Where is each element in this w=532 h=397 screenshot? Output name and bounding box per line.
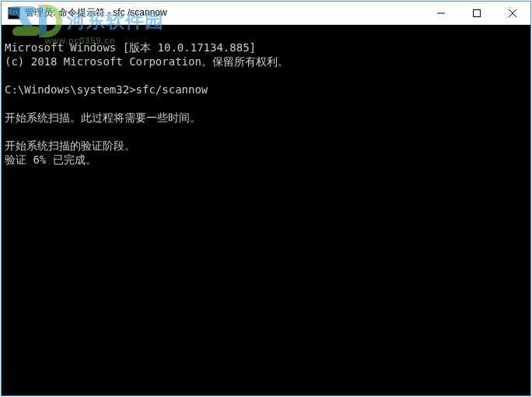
console-line: Microsoft Windows [版本 10.0.17134.885] xyxy=(5,41,256,54)
console-line: (c) 2018 Microsoft Corporation。保留所有权利。 xyxy=(5,55,289,68)
close-button[interactable] xyxy=(495,2,530,24)
console-prompt-line: C:\Windows\system32>sfc/scannow xyxy=(5,83,208,96)
console-output[interactable]: Microsoft Windows [版本 10.0.17134.885] (c… xyxy=(2,25,530,395)
maximize-button[interactable] xyxy=(459,2,495,24)
titlebar[interactable]: 管理员: 命令提示符 - sfc /scannow xyxy=(2,2,530,25)
console-line: 开始系统扫描。此过程将需要一些时间。 xyxy=(5,111,201,124)
console-line: 验证 6% 已完成。 xyxy=(5,153,96,166)
command-prompt-window: 管理员: 命令提示符 - sfc /scannow Microsoft Wind… xyxy=(1,1,531,396)
command-text: sfc/scannow xyxy=(136,83,208,96)
prompt: C:\Windows\system32> xyxy=(5,83,136,96)
svg-rect-1 xyxy=(474,9,481,16)
window-title: 管理员: 命令提示符 - sfc /scannow xyxy=(25,6,423,19)
window-controls xyxy=(423,2,530,24)
cmd-icon xyxy=(8,7,20,19)
minimize-button[interactable] xyxy=(423,2,459,24)
console-line: 开始系统扫描的验证阶段。 xyxy=(5,139,135,152)
